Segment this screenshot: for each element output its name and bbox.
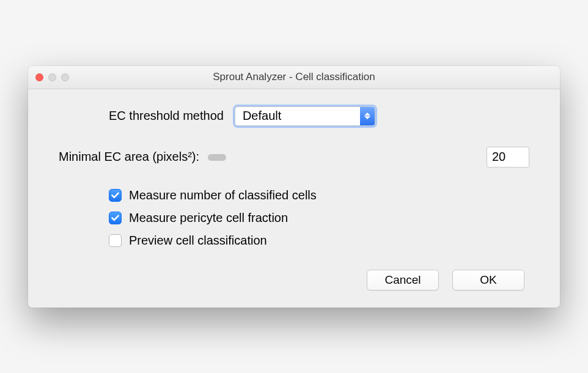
slider-thumb-icon [208,154,226,161]
checkbox-group: Measure number of classified cells Measu… [59,188,529,248]
button-row: Cancel OK [59,270,529,290]
close-icon[interactable] [35,73,43,81]
maximize-icon [61,73,69,81]
checkbox-measure-pericyte[interactable] [109,212,122,224]
checkmark-icon [111,215,119,221]
traffic-lights [28,73,69,81]
minarea-row: Minimal EC area (pixels²): [59,147,529,168]
minarea-input[interactable] [487,147,529,168]
threshold-select-value: Default [235,109,360,123]
checkbox-preview[interactable] [109,234,122,247]
checkmark-icon [111,192,119,199]
minarea-label: Minimal EC area (pixels²): [59,150,199,164]
checkbox-measure-pericyte-label: Measure pericyte cell fraction [129,211,288,225]
threshold-label: EC threshold method [109,109,224,123]
threshold-row: EC threshold method Default [59,106,529,126]
checkbox-measure-pericyte-row: Measure pericyte cell fraction [109,211,529,225]
ok-button[interactable]: OK [452,270,524,290]
chevron-down-icon [364,116,370,119]
checkbox-preview-row: Preview cell classification [109,234,529,248]
minarea-slider[interactable] [208,153,476,161]
select-stepper-icon [360,107,375,125]
cancel-button[interactable]: Cancel [367,270,439,290]
checkbox-measure-number-row: Measure number of classified cells [109,188,529,202]
checkbox-preview-label: Preview cell classification [129,234,267,248]
checkbox-measure-number[interactable] [109,189,122,202]
minimize-icon [48,73,56,81]
window-title: Sprout Analyzer - Cell classification [28,71,560,83]
dialog-window: Sprout Analyzer - Cell classification EC… [28,66,560,308]
checkbox-measure-number-label: Measure number of classified cells [129,188,317,202]
threshold-select[interactable]: Default [235,106,375,126]
dialog-content: EC threshold method Default Minimal EC a… [28,89,560,308]
titlebar: Sprout Analyzer - Cell classification [28,66,560,89]
chevron-up-icon [364,113,370,116]
